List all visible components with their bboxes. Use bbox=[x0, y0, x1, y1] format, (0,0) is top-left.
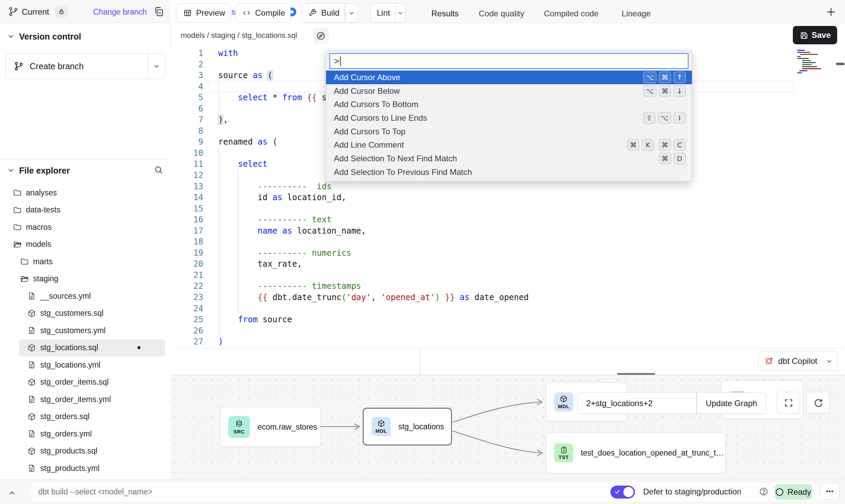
keycap: D bbox=[673, 153, 686, 164]
editor-line-18[interactable]: 18 bbox=[171, 236, 845, 248]
model-icon bbox=[27, 309, 36, 318]
file-item-stg-order-items-yml[interactable]: stg_order_items.yml bbox=[0, 391, 171, 408]
file-item-macros[interactable]: macros bbox=[0, 219, 171, 236]
build-dropdown-chevron-icon[interactable] bbox=[345, 10, 358, 16]
file-item-staging[interactable]: staging bbox=[0, 270, 171, 288]
palette-item-add-cursor-above[interactable]: Add Cursor Above⌥⌘↑ bbox=[326, 71, 692, 84]
palette-item-add-cursor-below[interactable]: Add Cursor Below⌥⌘↓ bbox=[326, 84, 692, 98]
editor-line-19[interactable]: 19 ---------- numerics bbox=[171, 248, 845, 259]
command-palette: > Add Cursor Above⌥⌘↑Add Cursor Below⌥⌘↓… bbox=[326, 50, 692, 181]
minimap[interactable] bbox=[797, 50, 824, 74]
palette-query: > bbox=[334, 56, 339, 66]
editor-line-13[interactable]: 13 ---------- ids bbox=[171, 181, 845, 192]
create-branch-button[interactable]: Create branch bbox=[5, 53, 165, 79]
file-item-data-tests[interactable]: data-tests bbox=[0, 202, 171, 219]
file-item-stg-orders-sql[interactable]: stg_orders.sql bbox=[0, 408, 171, 426]
chevron-up-icon[interactable] bbox=[8, 489, 16, 498]
line-code: ---------- ids bbox=[218, 181, 331, 192]
editor-line-24[interactable]: 24 bbox=[171, 303, 845, 314]
file-name: marts bbox=[33, 257, 53, 266]
file-name: stg_orders.yml bbox=[40, 429, 92, 439]
line-number: 16 bbox=[171, 214, 218, 225]
keycap: C bbox=[673, 139, 686, 151]
save-button[interactable]: Save bbox=[793, 26, 837, 44]
lineage-selector-input[interactable]: 2+stg_locations+2 bbox=[578, 392, 697, 414]
create-branch-dropdown-chevron-icon[interactable] bbox=[148, 62, 165, 70]
editor-line-20[interactable]: 20 tax_rate, bbox=[171, 258, 845, 270]
ready-status-badge[interactable]: Ready bbox=[775, 484, 812, 500]
palette-item-add-line-comment[interactable]: Add Line Comment⌘K⌘C bbox=[326, 138, 692, 152]
command-palette-input[interactable]: > bbox=[329, 53, 688, 69]
palette-item-add-cursors-to-line-ends[interactable]: Add Cursors to Line Ends⇧⌥I bbox=[326, 111, 692, 125]
doc-icon bbox=[27, 395, 36, 404]
compass-icon[interactable] bbox=[313, 28, 329, 44]
refresh-button[interactable] bbox=[806, 392, 830, 414]
palette-item-label: Add Selection To Next Find Match bbox=[334, 154, 457, 163]
file-name: stg_customers.yml bbox=[40, 326, 106, 335]
editor-line-25[interactable]: 25 from source bbox=[171, 314, 845, 325]
file-item-marts[interactable]: marts bbox=[0, 253, 171, 270]
compile-button[interactable]: Compile bbox=[236, 3, 291, 23]
file-item-stg-orders-yml[interactable]: stg_orders.yml bbox=[0, 425, 171, 443]
editor-line-23[interactable]: 23 {{ dbt.date_trunc('day', 'opened_at')… bbox=[171, 292, 845, 303]
file-item-stg-customers-yml[interactable]: stg_customers.yml bbox=[0, 322, 171, 339]
palette-item-add-selection-to-previous-find-match[interactable]: Add Selection To Previous Find Match bbox=[326, 165, 692, 179]
palette-item-add-selection-to-next-find-match[interactable]: Add Selection To Next Find Match⌘D bbox=[326, 152, 692, 165]
lineage-node-ecom-raw-stores[interactable]: SRC ecom.raw_stores bbox=[220, 407, 321, 447]
file-name: data-tests bbox=[26, 205, 60, 214]
update-graph-button[interactable]: Update Graph bbox=[697, 392, 766, 414]
editor-line-26[interactable]: 26 bbox=[171, 325, 845, 337]
file-item-stg-locations-sql[interactable]: stg_locations.sql bbox=[19, 339, 165, 357]
editor-line-22[interactable]: 22 ---------- timestamps bbox=[171, 281, 845, 292]
editor-line-17[interactable]: 17 name as location_name, bbox=[171, 225, 845, 237]
tab-lineage[interactable]: Lineage bbox=[622, 0, 651, 27]
editor-line-14[interactable]: 14 id as location_id, bbox=[171, 192, 845, 203]
dbt-copilot-button[interactable]: dbt Copilot bbox=[758, 351, 837, 371]
lint-label: Lint bbox=[377, 8, 390, 18]
new-tab-button[interactable] bbox=[825, 6, 837, 18]
help-icon[interactable] bbox=[759, 487, 768, 496]
change-branch-link[interactable]: Change branch bbox=[93, 8, 147, 17]
keycap: ↑ bbox=[673, 72, 686, 83]
scrollbar-thumb[interactable] bbox=[836, 63, 844, 65]
file-item-analyses[interactable]: analyses bbox=[0, 184, 171, 202]
file-item-stg-order-items-sql[interactable]: stg_order_items.sql bbox=[0, 374, 171, 391]
file-item-stg-customers-sql[interactable]: stg_customers.sql bbox=[0, 305, 171, 322]
tab-results[interactable]: Results bbox=[431, 0, 459, 27]
file-item-stg-locations-yml[interactable]: stg_locations.yml bbox=[0, 356, 171, 374]
lineage-node-test[interactable]: TST test_does_location_opened_at_trunc_t… bbox=[546, 432, 726, 473]
more-options-button[interactable] bbox=[820, 483, 840, 500]
save-label: Save bbox=[812, 30, 831, 40]
current-branch-label: Current bbox=[22, 7, 49, 17]
tab-compiled-code[interactable]: Compiled code bbox=[544, 0, 598, 27]
file-item-stg-products-sql[interactable]: stg_products.sql bbox=[0, 443, 171, 460]
lint-dropdown-chevron-icon[interactable] bbox=[395, 10, 405, 16]
line-code: from source bbox=[218, 314, 292, 325]
version-control-chevron-icon[interactable] bbox=[7, 32, 15, 40]
editor-line-21[interactable]: 21 bbox=[171, 270, 845, 281]
editor-line-16[interactable]: 16 ---------- text bbox=[171, 214, 845, 225]
file-explorer-chevron-icon[interactable] bbox=[7, 166, 15, 174]
fullscreen-button[interactable] bbox=[777, 392, 800, 414]
doc-icon bbox=[27, 292, 36, 300]
lint-button[interactable]: Lint bbox=[370, 3, 406, 23]
file-item-stg-products-yml[interactable]: stg_products.yml bbox=[0, 460, 171, 477]
line-number: 25 bbox=[171, 314, 218, 325]
node-label: ecom.raw_stores bbox=[257, 423, 317, 432]
file-item-models[interactable]: models bbox=[0, 236, 171, 253]
line-number: 13 bbox=[171, 181, 218, 192]
preview-button[interactable]: Preview bbox=[176, 3, 231, 23]
lineage-node-stg-locations[interactable]: MDL stg_locations bbox=[363, 408, 452, 445]
build-button[interactable]: Build bbox=[302, 3, 358, 23]
divider bbox=[0, 159, 171, 160]
editor-line-15[interactable]: 15 bbox=[171, 203, 845, 214]
defer-toggle[interactable] bbox=[610, 486, 635, 499]
palette-item-add-cursors-to-bottom[interactable]: Add Cursors To Bottom bbox=[326, 98, 692, 111]
copy-icon[interactable] bbox=[153, 6, 164, 17]
palette-item-add-cursors-to-top[interactable]: Add Cursors To Top bbox=[326, 125, 692, 138]
search-icon[interactable] bbox=[153, 165, 164, 175]
file-item--sources-yml[interactable]: __sources.yml bbox=[0, 287, 171, 305]
line-code: source as ( bbox=[218, 70, 272, 81]
tab-code-quality[interactable]: Code quality bbox=[479, 0, 524, 27]
editor-line-27[interactable]: 27) bbox=[171, 336, 845, 347]
